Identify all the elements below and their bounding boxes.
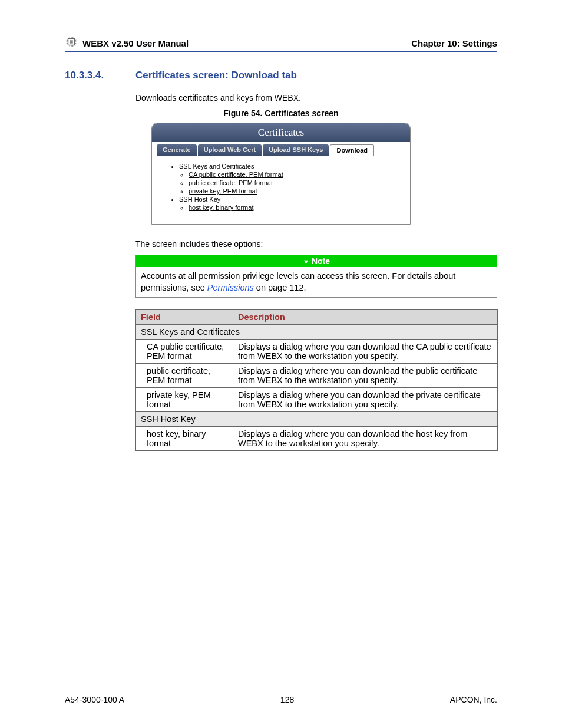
header-left: WEBX v2.50 User Manual <box>82 38 411 48</box>
company-name: APCON, Inc. <box>450 695 497 704</box>
product-name: WEBX <box>82 38 109 48</box>
table-header-row: Field Description <box>136 310 498 325</box>
field-name: CA public certificate, PEM format <box>136 340 233 364</box>
group-ssl-label: SSL Keys and Certificates <box>179 163 254 170</box>
field-name: private key, PEM format <box>136 388 233 412</box>
note-text-after: on page 112. <box>254 283 306 292</box>
figure-caption: Figure 54. Certificates screen <box>65 108 497 118</box>
screenshot-title: Certificates <box>152 123 410 142</box>
manual-title: v2.50 User Manual <box>111 38 189 48</box>
note-header: ▼Note <box>136 255 497 267</box>
page-header: WEBX v2.50 User Manual Chapter 10: Setti… <box>65 35 497 52</box>
table-row: public certificate, PEM format Displays … <box>136 364 498 388</box>
chapter-title: Chapter 10: Settings <box>411 38 497 48</box>
note-box: ▼Note Accounts at all permission privile… <box>135 255 497 298</box>
list-item: host key, binary format <box>189 204 398 211</box>
table-section-ssl: SSL Keys and Certificates <box>136 325 498 340</box>
group-ssh-label: SSH Host Key <box>179 196 220 203</box>
table-row: private key, PEM format Displays a dialo… <box>136 388 498 412</box>
field-desc: Displays a dialog where you can download… <box>233 388 498 412</box>
screenshot-content: SSL Keys and Certificates CA public cert… <box>152 156 410 224</box>
options-intro: The screen includes these options: <box>135 239 497 249</box>
list-item: public certificate, PEM format <box>189 179 398 186</box>
table-row: CA public certificate, PEM format Displa… <box>136 340 498 364</box>
field-desc: Displays a dialog where you can download… <box>233 427 498 451</box>
section-heading: 10.3.3.4. Certificates screen: Download … <box>65 70 497 81</box>
section-intro: Downloads certificates and keys from WEB… <box>135 93 497 103</box>
svg-rect-1 <box>70 40 73 44</box>
group-ssh: SSH Host Key host key, binary format <box>179 196 398 211</box>
group-ssl: SSL Keys and Certificates CA public cert… <box>179 163 398 195</box>
tab-download[interactable]: Download <box>330 144 374 156</box>
col-field: Field <box>136 310 233 325</box>
note-arrow-icon: ▼ <box>303 258 309 265</box>
col-description: Description <box>233 310 498 325</box>
section-title: Certificates screen: Download tab <box>135 70 297 81</box>
screenshot-tabs: Generate Upload Web Cert Upload SSH Keys… <box>152 142 410 156</box>
page-footer: A54-3000-100 A 128 APCON, Inc. <box>65 695 497 704</box>
intro-app: WEBX <box>275 93 299 103</box>
chip-icon <box>65 35 78 48</box>
field-desc: Displays a dialog where you can download… <box>233 340 498 364</box>
list-item: CA public certificate, PEM format <box>189 171 398 178</box>
intro-suffix: . <box>299 93 301 103</box>
tab-upload-ssh-keys[interactable]: Upload SSH Keys <box>263 144 329 156</box>
table-row: host key, binary format Displays a dialo… <box>136 427 498 451</box>
tab-upload-web-cert[interactable]: Upload Web Cert <box>198 144 262 156</box>
section-number: 10.3.3.4. <box>65 70 135 81</box>
section-label: SSL Keys and Certificates <box>136 325 498 340</box>
tab-generate[interactable]: Generate <box>157 144 197 156</box>
link-host-key[interactable]: host key, binary format <box>189 204 253 211</box>
link-private-key[interactable]: private key, PEM format <box>189 187 257 195</box>
field-name: host key, binary format <box>136 427 233 451</box>
list-item: private key, PEM format <box>189 187 398 195</box>
field-description-table: Field Description SSL Keys and Certifica… <box>135 309 498 451</box>
permissions-link[interactable]: Permissions <box>207 283 254 292</box>
field-desc: Displays a dialog where you can download… <box>233 364 498 388</box>
section-label: SSH Host Key <box>136 412 498 427</box>
table-section-ssh: SSH Host Key <box>136 412 498 427</box>
certificates-screenshot: Certificates Generate Upload Web Cert Up… <box>151 123 411 225</box>
note-label: Note <box>312 256 330 266</box>
intro-prefix: Downloads certificates and keys from <box>135 93 275 103</box>
note-body: Accounts at all permission privilege lev… <box>136 267 497 297</box>
link-public-cert[interactable]: public certificate, PEM format <box>189 179 273 186</box>
page-number: 128 <box>280 695 294 704</box>
doc-number: A54-3000-100 A <box>65 695 124 704</box>
field-name: public certificate, PEM format <box>136 364 233 388</box>
link-ca-public-cert[interactable]: CA public certificate, PEM format <box>189 171 283 178</box>
